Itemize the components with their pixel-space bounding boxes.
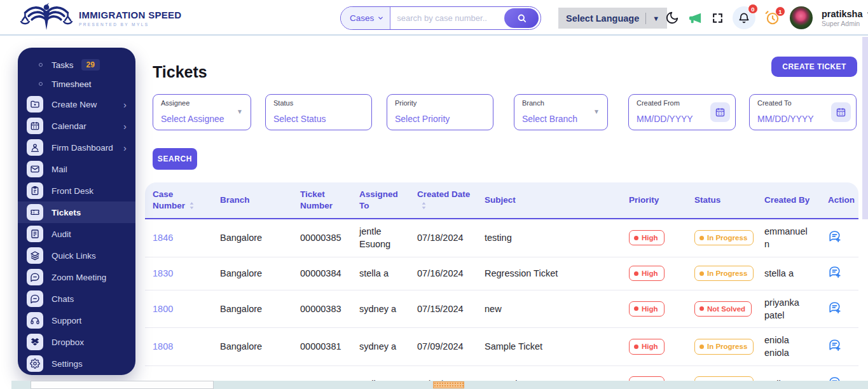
sidebar-item-label: Chats [52, 294, 74, 304]
gear-icon [27, 355, 43, 372]
dark-mode-moon-icon[interactable] [665, 11, 679, 25]
language-selector[interactable]: Select Language ▼ [558, 8, 667, 29]
sidebar-item-calendar[interactable]: Calendar› [18, 115, 135, 137]
sidebar-item-firm-dashboard[interactable]: Firm Dashboard› [18, 137, 135, 158]
sidebar-item-front-desk[interactable]: Front Desk [18, 180, 135, 201]
create-ticket-button[interactable]: CREATE TICKET [771, 57, 857, 77]
search-category-dropdown[interactable]: Cases [341, 7, 390, 29]
filter-created-to[interactable]: Created ToMM/DD/YYYY [749, 94, 857, 130]
case-number-link[interactable]: 1800 [145, 297, 212, 321]
sidebar-item-timesheet[interactable]: Timesheet [18, 74, 135, 93]
caret-down-icon: ▼ [593, 108, 600, 115]
sidebar-item-settings[interactable]: Settings [18, 353, 135, 374]
chat-icon [27, 290, 43, 307]
search-submit-button[interactable] [504, 8, 539, 28]
sidebar-item-zoom-meeting[interactable]: Zoom Meeting [18, 266, 135, 288]
horizontal-scrollbar-thumb[interactable] [31, 381, 214, 389]
brand-logo-block[interactable]: IMMIGRATION SPEED PRESENTED BY MYLS [19, 2, 182, 34]
reminders-button[interactable]: 1 [764, 10, 781, 26]
table-header-row: Case NumberBranchTicket NumberAssigned T… [145, 182, 858, 219]
branch-cell: Bangalore [212, 226, 293, 250]
sidebar-item-tasks[interactable]: Tasks29 [18, 55, 135, 74]
filter-label: Assignee [161, 99, 189, 107]
fullscreen-icon[interactable] [712, 12, 724, 24]
column-header-status: Status [687, 189, 757, 212]
sidebar-item-chats[interactable]: Chats [18, 288, 135, 310]
branch-cell: Bangalore [212, 297, 293, 321]
created-date-cell: 07/16/2024 [410, 261, 477, 285]
column-header-case-number[interactable]: Case Number [145, 183, 212, 217]
filter-status[interactable]: StatusSelect Status [265, 94, 372, 130]
filter-label: Status [273, 99, 293, 107]
action-cell [820, 295, 858, 323]
filter-branch[interactable]: BranchSelect Branch▼ [514, 94, 608, 130]
user-menu[interactable]: pratiksha Super Admin [822, 9, 868, 27]
user-avatar[interactable] [790, 6, 813, 29]
add-comment-action-icon[interactable] [828, 229, 841, 243]
ticket-row: 1846Bangalore00000385jentle Esuong07/18/… [145, 219, 858, 257]
announcements-megaphone-icon[interactable] [688, 11, 703, 25]
filter-priority[interactable]: PrioritySelect Priority [387, 94, 493, 130]
sidebar-item-label: Dropbox [52, 338, 84, 347]
search-input[interactable] [390, 13, 504, 23]
case-number-link[interactable]: 1808 [145, 334, 212, 358]
add-comment-action-icon[interactable] [828, 338, 841, 351]
action-cell [820, 332, 858, 360]
filter-value: MM/DD/YYYY [637, 114, 693, 124]
calendar-icon [715, 107, 726, 118]
tickets-table: Case NumberBranchTicket NumberAssigned T… [145, 182, 858, 389]
dot-icon [634, 345, 638, 349]
filter-value: Select Assignee [161, 114, 224, 124]
sort-icon[interactable] [189, 201, 195, 210]
filter-assignee[interactable]: AssigneeSelect Assignee▼ [153, 94, 251, 130]
sidebar-item-audit[interactable]: Audit [18, 223, 135, 245]
filters-search-button[interactable]: SEARCH [153, 148, 197, 170]
sidebar-item-tickets[interactable]: Tickets [18, 201, 135, 223]
subject-cell: testing [477, 226, 621, 250]
headset-icon [27, 312, 43, 329]
priority-cell: High [621, 333, 687, 360]
calendar-picker-button[interactable] [710, 102, 730, 122]
notifications-button[interactable]: 0 [733, 6, 755, 29]
vertical-scrollbar-thumb[interactable] [862, 37, 868, 219]
status-badge: In Progress [694, 339, 754, 354]
status-badge: In Progress [694, 266, 754, 281]
priority-badge: High [629, 301, 665, 317]
add-comment-action-icon[interactable] [828, 265, 841, 278]
ticket-icon [27, 204, 43, 221]
filter-created-from[interactable]: Created FromMM/DD/YYYY [628, 94, 736, 130]
sidebar-item-mail[interactable]: Mail [18, 158, 135, 180]
sidebar-item-create-new[interactable]: Create New› [18, 93, 135, 115]
sidebar-item-label: Firm Dashboard [52, 143, 113, 153]
column-header-assigned-to: Assigned To [352, 183, 410, 217]
priority-badge: High [629, 230, 665, 245]
assigned-to-cell: sydney a [352, 334, 410, 358]
sidebar-item-quick-links[interactable]: Quick Links [18, 245, 135, 266]
sidebar-item-support[interactable]: Support [18, 310, 135, 331]
calendar-picker-button[interactable] [831, 102, 851, 122]
status-cell: In Progress [687, 333, 757, 360]
column-header-ticket-number: Ticket Number [293, 183, 352, 217]
case-number-link[interactable]: 1846 [145, 226, 212, 250]
notification-count-badge: 0 [748, 4, 758, 14]
sidebar-item-label: Mail [52, 165, 67, 174]
sidebar-item-label: Create New [52, 100, 97, 109]
mail-icon [27, 161, 43, 177]
status-badge: Not Solved [694, 301, 752, 317]
assigned-to-cell: sydney a [352, 297, 410, 321]
ticket-row: 1808Bangalore00000381sydney a07/09/2024S… [145, 328, 858, 366]
divider [645, 13, 646, 24]
global-search-bar: Cases [340, 6, 541, 30]
case-number-link[interactable]: 1830 [145, 261, 212, 285]
clipboard-icon [27, 182, 43, 199]
priority-cell: High [621, 260, 687, 287]
table-scrollbar-thumb[interactable] [433, 381, 464, 388]
ticket-number-cell: 00000381 [293, 334, 352, 358]
search-icon [516, 13, 527, 24]
column-header-created-date[interactable]: Created Date [410, 183, 477, 217]
sidebar-item-dropbox[interactable]: Dropbox [18, 331, 135, 353]
status-cell: In Progress [687, 260, 757, 287]
filter-label: Branch [522, 99, 544, 107]
add-comment-action-icon[interactable] [828, 301, 841, 314]
sort-icon[interactable] [421, 201, 427, 210]
